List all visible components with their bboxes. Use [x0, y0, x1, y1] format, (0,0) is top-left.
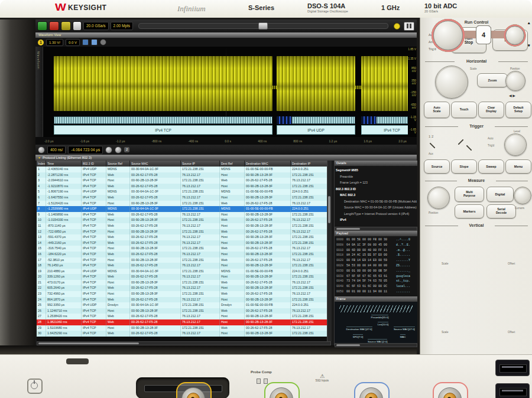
channel-up-arrow[interactable]: ▲ [527, 21, 530, 25]
table-hscrollbar[interactable] [37, 341, 331, 345]
timebase-delay-readout[interactable]: -4.064 723 04 µs [68, 146, 103, 154]
settings-dot-icon[interactable] [100, 39, 106, 45]
usb-port-2[interactable] [495, 383, 530, 398]
tree-node[interactable]: Segment# 9685 [336, 167, 417, 174]
table-row[interactable]: 19210.4880 µsIPv4 UDPMDNS00-30-64-0A-1C-… [37, 269, 331, 275]
table-row[interactable]: 291.5103680 msIPv4 TCPHost00-90-2B-13-28… [37, 325, 331, 331]
column-header[interactable]: Index [37, 161, 46, 167]
details-header[interactable]: Details [335, 161, 417, 166]
run-button[interactable] [37, 21, 47, 31]
waveform-side-tab[interactable]: Waveform [35, 47, 43, 137]
table-row[interactable]: 25992.3350 µsIPv4 UDPDnsdyn00-30-64-0A-1… [37, 302, 331, 308]
table-row[interactable]: 22605.2640 µsIPv4 TCPWeb00-26-62-17-F5-2… [37, 285, 331, 291]
decode-segment[interactable]: IPv4 UDP [277, 47, 355, 137]
table-row[interactable]: 14-449.2160 µsIPv4 TCPWeb00-26-62-17-F5-… [37, 240, 331, 246]
trigger-sweep-button[interactable]: Sweep [478, 159, 504, 174]
tree-node[interactable]: Length/Type = Internet Protocol version … [344, 211, 417, 217]
table-row[interactable]: 13-591.4370 µsIPv4 TCPWeb00-26-62-17-F5-… [37, 234, 331, 240]
zoom-tool-icon[interactable] [91, 39, 98, 45]
bnc-input-connector[interactable] [264, 382, 300, 398]
frame-hscrollbar[interactable] [335, 343, 417, 347]
table-row[interactable]: 301.6425290 msIPv4 TCPWeb00-26-62-17-F5-… [37, 331, 331, 337]
ground-terminal[interactable] [264, 379, 268, 384]
single-button[interactable] [61, 21, 71, 31]
table-row[interactable]: 1876.1450 µsIPv4 TCPWeb00-26-62-17-F5-28… [37, 263, 331, 269]
table-row[interactable]: 17-52.3810 µsIPv4 TCPHost00-90-2B-13-28-… [37, 257, 331, 263]
channel1-badge[interactable]: 1 [38, 40, 44, 45]
position-arrows[interactable]: ◀ ▶ [509, 93, 515, 97]
stop-button[interactable] [49, 21, 59, 31]
decode-segment[interactable]: IPv4 TCP [54, 47, 273, 137]
horizontal-position-knob[interactable] [505, 71, 525, 91]
multi-purpose-button[interactable]: Multi Purpose [455, 187, 484, 202]
collapse-icon[interactable]: ▼ [38, 156, 41, 159]
column-header[interactable]: Dest Ref [220, 161, 245, 167]
table-row[interactable]: 1-2.4365040 msIPv4 UDPMDNS00-30-64-0A-1C… [37, 167, 331, 172]
timebase-slider-thumb[interactable] [258, 22, 268, 30]
table-row[interactable]: 10-1.0154330 msIPv4 TCPHost00-90-2B-13-2… [37, 217, 331, 223]
table-vscrollbar[interactable] [327, 161, 332, 341]
touch-toggle-icon[interactable] [73, 21, 82, 31]
default-setup-button[interactable]: Default Setup [505, 102, 531, 118]
bnc-input-connector[interactable] [354, 382, 390, 398]
trigger-level-knob[interactable] [504, 133, 527, 156]
decode-packet-label[interactable]: IPv4 TCP [54, 125, 273, 135]
trigger-source-button[interactable]: Source [424, 159, 450, 174]
trigger-menu-button[interactable]: Menu [505, 159, 531, 174]
table-row[interactable]: 271.2538420 msIPv4 TCPWeb00-26-62-17-F5-… [37, 314, 331, 319]
column-header[interactable]: 802.3 ID [82, 161, 106, 167]
zoom-knob-icon[interactable] [115, 146, 122, 154]
channel-on-off-button[interactable]: 4 [476, 25, 491, 44]
touch-button[interactable]: Touch [451, 102, 477, 118]
bnc-input-connector[interactable] [176, 382, 212, 398]
layout-grid-icon[interactable] [404, 22, 414, 31]
tree-node[interactable]: Source MAC = 00-30-64-0A-1C-3F (Unicast … [344, 204, 417, 211]
channel-offset-knob[interactable] [505, 26, 524, 45]
column-header[interactable]: Time [46, 161, 82, 167]
table-row[interactable]: 21473.0170 µsIPv4 TCPHost00-90-2B-13-28-… [37, 280, 331, 286]
table-row[interactable]: 261.1246710 msIPv4 TCPHost00-90-2B-13-28… [37, 308, 331, 314]
measure-cursors-knob[interactable] [514, 187, 531, 204]
waveform-tool-icon[interactable] [82, 39, 89, 45]
column-header[interactable]: Destination MAC [245, 161, 291, 167]
table-row[interactable]: 11-870.1140 µsIPv4 TCPWeb00-26-62-17-F5-… [37, 223, 331, 229]
column-header[interactable]: Source Ref [106, 161, 130, 167]
horizontal-scale-knob[interactable] [435, 66, 468, 99]
table-row[interactable]: 16-184.6220 µsIPv4 TCPWeb00-26-62-17-F5-… [37, 252, 331, 257]
tree-node[interactable]: Destination MAC = 01-00-5E-00-00-FB (Mul… [344, 198, 417, 205]
auto-scale-button[interactable]: Auto Scale [424, 102, 450, 118]
channel1-offset-readout[interactable]: 0.0 V [66, 39, 80, 46]
tree-node[interactable]: MAC 802.3 [340, 192, 417, 198]
frame-header[interactable]: Frame [335, 296, 417, 302]
decode-segment[interactable]: IPv4 TCP [361, 47, 408, 137]
tree-node[interactable]: Preamble [340, 174, 417, 180]
table-row[interactable]: 23732.4960 µsIPv4 TCPHost00-90-2B-13-28-… [37, 291, 331, 297]
column-header[interactable]: Source IP [181, 161, 220, 167]
serial-decode-button[interactable]: Serial Decode [486, 204, 516, 218]
delay-knob-icon[interactable] [105, 146, 112, 154]
measure-position-knob[interactable] [427, 187, 450, 209]
timebase-scale-readout[interactable]: 400 ns/ [47, 146, 66, 154]
table-row[interactable]: 24864.1870 µsIPv4 TCPWeb00-26-62-17-F5-2… [37, 297, 331, 303]
timebase-slider[interactable] [138, 23, 388, 29]
protocol-title-bar[interactable]: ▼Protocol Listing (Ethernet 802.3) [35, 155, 417, 161]
table-row[interactable]: 12-722.6850 µsIPv4 TCPHost00-90-2B-13-28… [37, 229, 331, 235]
digital-button[interactable]: Digital [486, 187, 514, 202]
column-header[interactable]: Destination IP [291, 161, 331, 167]
channel1-scale-readout[interactable]: 1.30 V/ [46, 39, 63, 46]
tree-node[interactable]: Frame Length = 123 [340, 180, 417, 186]
table-row[interactable]: 5-1.8067190 msIPv4 UDPMDNS00-30-64-0A-1C… [37, 189, 331, 195]
decode-packet-label[interactable]: IPv4 UDP [277, 125, 355, 135]
table-row[interactable]: 3-2.0944610 msIPv4 TCPHost00-90-2B-13-28… [37, 178, 331, 184]
usb-port-1[interactable] [495, 360, 530, 376]
trigger-slope-button[interactable]: Slope [451, 159, 477, 174]
table-row[interactable]: 2-2.2871230 msIPv4 TCPWeb00-26-62-17-F5-… [37, 172, 331, 178]
table-row[interactable]: 6-1.6407550 msIPv4 TCPWeb00-26-62-17-F5-… [37, 195, 331, 201]
probe-comp-terminal[interactable] [257, 379, 261, 384]
markers-button[interactable]: Markers [455, 204, 484, 218]
table-row[interactable]: 281.3821060 msIPv4 TCPWeb00-26-62-17-F5-… [37, 319, 331, 325]
clear-display-button[interactable]: Clear Display [478, 102, 504, 118]
table-row[interactable]: 9-1.1469890 msIPv4 TCPWeb00-26-62-17-F5-… [37, 212, 331, 218]
table-row[interactable]: 7-1.5126420 msIPv4 TCPHost00-90-2B-13-28… [37, 201, 331, 207]
details-hscrollbar[interactable] [335, 227, 417, 231]
